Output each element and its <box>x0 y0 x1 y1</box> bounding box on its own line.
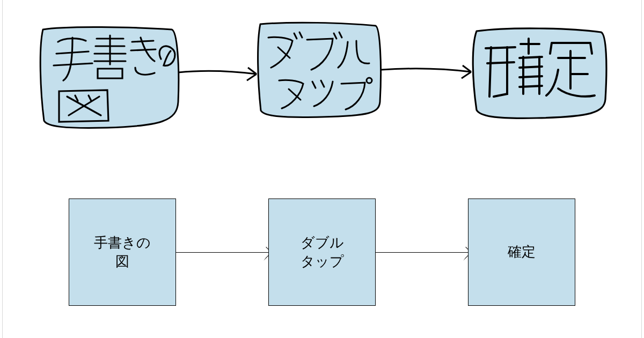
clean-node-1-line1: 手書きの <box>94 234 151 251</box>
clean-node-2: ダブル タップ <box>268 199 376 306</box>
clean-node-1-line2: 図 <box>115 253 129 269</box>
clean-arrow-1 <box>176 252 268 253</box>
clean-node-2-line1: ダブル <box>301 234 344 251</box>
hand-drawn-row <box>0 0 644 172</box>
clean-node-3-line1: 確定 <box>508 244 536 260</box>
clean-node-2-line2: タップ <box>301 253 344 269</box>
clean-row: 手書きの 図 ダブル タップ 確定 <box>0 199 644 327</box>
clean-arrow-2 <box>376 252 468 253</box>
clean-node-1: 手書きの 図 <box>69 199 176 306</box>
clean-node-3: 確定 <box>468 199 575 306</box>
hand-drawn-arrow-1 <box>178 71 257 74</box>
hand-drawn-arrow-2 <box>381 69 471 72</box>
